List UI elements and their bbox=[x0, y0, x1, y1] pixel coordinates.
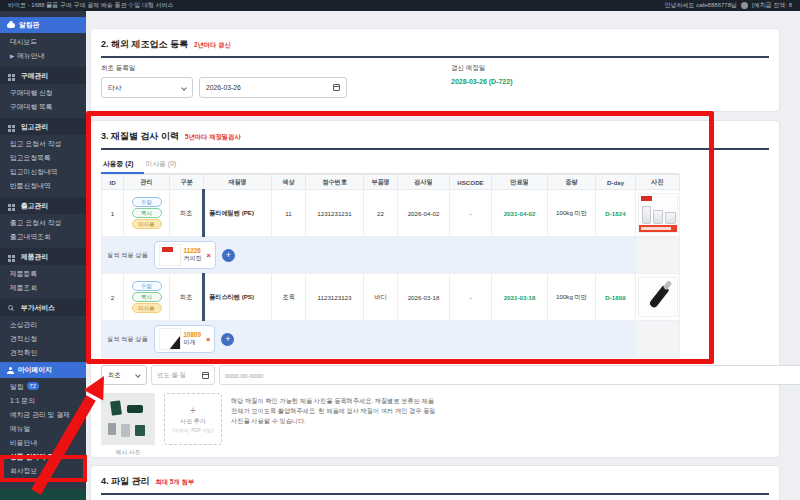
cell-test-date: 2026-04-02 bbox=[398, 190, 450, 237]
example-photo-caption: 예시 사진 bbox=[101, 448, 155, 457]
photo-upload-box[interactable]: + 사진 추가 (이미지, PDF 가능) bbox=[164, 393, 222, 445]
avatar[interactable] bbox=[741, 2, 748, 9]
sidebar-item-sourcing[interactable]: 소싱관리 bbox=[0, 318, 86, 332]
sidebar-item-quote-confirm[interactable]: 견적확인 bbox=[0, 346, 86, 360]
sidebar-item-notice-board[interactable]: 알림판 bbox=[0, 17, 86, 33]
copy-button[interactable]: 복사 bbox=[132, 292, 162, 302]
col-photo: 사진 bbox=[636, 175, 680, 190]
col-expire: 만료일 bbox=[492, 175, 548, 190]
topbar: 바이코 - 1688 물품 구매 구매 결제 배송 통관 수입 대행 서비스 안… bbox=[0, 0, 800, 11]
sidebar-item-purchase-list[interactable]: 구매대행 목록 bbox=[0, 100, 86, 114]
sidebar-item-manual[interactable]: 메뉴얼 bbox=[0, 422, 86, 436]
photo-guide: 예시 사진 + 사진 추가 (이미지, PDF 가능) 해당 재질이 확인 가능… bbox=[101, 393, 769, 457]
sidebar-item-company-info[interactable]: 회사정보 bbox=[0, 464, 86, 478]
cell-expire: 2031-04-02 bbox=[492, 190, 548, 237]
cell-id: 2 bbox=[102, 274, 124, 321]
product-photo-stopper bbox=[638, 277, 678, 317]
sidebar-section-inbound[interactable]: 입고관리 bbox=[0, 118, 86, 135]
sidebar-item-quote-request[interactable]: 견적신청 bbox=[0, 332, 86, 346]
sidebar-section-purchase[interactable]: 구매관리 bbox=[0, 67, 86, 84]
applied-product-card[interactable]: 10809 마개 × bbox=[154, 325, 216, 353]
sidebar-item-alerts[interactable]: 알림72 bbox=[0, 380, 86, 394]
grid-icon bbox=[8, 74, 11, 77]
tab-unused[interactable]: 미사용 (0) bbox=[144, 156, 187, 173]
cell-color: 초록 bbox=[272, 274, 306, 321]
cell-photo[interactable] bbox=[636, 274, 680, 321]
sidebar-section-services[interactable]: 부가서비스 bbox=[0, 299, 86, 316]
remove-applied-product-icon[interactable]: × bbox=[206, 335, 210, 344]
cell-dday: D-1809 bbox=[596, 274, 636, 321]
sidebar-item-inquiry[interactable]: 1:1 문의 bbox=[0, 394, 86, 408]
edit-button[interactable]: 수정 bbox=[132, 197, 162, 207]
cell-type: 최초 bbox=[170, 274, 204, 321]
col-test-date: 검사일 bbox=[398, 175, 450, 190]
col-color: 색상 bbox=[272, 175, 306, 190]
set-unused-button[interactable]: 미사용 bbox=[132, 303, 162, 313]
sidebar-item-product-lookup[interactable]: 제품조회 bbox=[0, 281, 86, 295]
cell-actions: 수정 복사 미사용 bbox=[124, 190, 170, 237]
usage-tabs: 사용중 (2) 미사용 (0) bbox=[101, 156, 679, 174]
col-weight: 중량 bbox=[548, 175, 596, 190]
cell-weight: 100kg 미만 bbox=[548, 274, 596, 321]
applied-products-row: 실적 적용 상품 11226 커피잔 × bbox=[102, 237, 680, 274]
table-row: 1 수정 복사 미사용 최초 폴리에틸렌 (PE) 11 1231231231 … bbox=[102, 190, 680, 237]
material-table: ID 관리 구분 재질명 색상 접수번호 부품명 검사일 HSCODE 만료일 … bbox=[101, 174, 680, 358]
col-type: 구분 bbox=[170, 175, 204, 190]
applied-product-thumbnail bbox=[159, 328, 181, 350]
sidebar-item-inbound-list[interactable]: 입고요청목록 bbox=[0, 151, 86, 165]
company-type-select[interactable]: 타사 bbox=[101, 77, 193, 98]
hscode-input[interactable] bbox=[219, 365, 800, 385]
sidebar-item-mypage[interactable]: 마이페이지 bbox=[0, 362, 86, 378]
sidebar-section-product[interactable]: 제품관리 bbox=[0, 248, 86, 265]
sidebar-item-dashboard[interactable]: 대시보드 bbox=[0, 35, 86, 49]
sidebar-item-product-license-info[interactable]: 상품 인허가 정보 bbox=[0, 450, 86, 464]
grid-icon bbox=[8, 125, 11, 128]
sidebar-item-product-register[interactable]: 제품등록 bbox=[0, 267, 86, 281]
applied-product-code: 10809 bbox=[184, 331, 202, 338]
copy-button[interactable]: 복사 bbox=[132, 208, 162, 218]
sidebar-item-outbound-form[interactable]: 출고 요청서 작성 bbox=[0, 216, 86, 230]
chevron-down-icon bbox=[135, 372, 141, 378]
first-reg-date-input[interactable]: 2026-03-26 bbox=[199, 77, 347, 98]
applied-product-name: 마개 bbox=[184, 338, 202, 347]
inspection-type-select[interactable]: 최초 bbox=[101, 365, 147, 385]
add-material-form: 최초 연도-월-일 중량 선택 등록 bbox=[101, 365, 769, 385]
add-applied-product-button[interactable]: + bbox=[222, 249, 235, 262]
section-divider bbox=[101, 148, 769, 150]
grid-icon bbox=[8, 255, 11, 258]
sidebar-footer-block bbox=[0, 489, 86, 500]
applied-products-label: 실적 적용 상품 bbox=[107, 335, 148, 344]
section4-note: 최대 5개 첨부 bbox=[156, 478, 195, 487]
person-icon bbox=[7, 367, 14, 374]
section2-title: 2. 해외 제조업소 등록 bbox=[101, 38, 188, 51]
set-unused-button[interactable]: 미사용 bbox=[132, 219, 162, 229]
sidebar-item-purchase-request[interactable]: 구매대행 신청 bbox=[0, 86, 86, 100]
add-applied-product-button[interactable]: + bbox=[221, 333, 234, 346]
sidebar-item-deposit[interactable]: 예치금 관리 및 결제 bbox=[0, 408, 86, 422]
sidebar-section-outbound[interactable]: 출고관리 bbox=[0, 197, 86, 214]
edit-button[interactable]: 수정 bbox=[132, 281, 162, 291]
photo-guide-text: 해당 재질이 확인 가능한 제품 사진을 등록해주세요. 재질별로 분류된 제품… bbox=[231, 393, 436, 457]
sidebar-item-inbound-form[interactable]: 입고 요청서 작성 bbox=[0, 137, 86, 151]
cell-material: 폴리스티렌 (PS) bbox=[204, 274, 272, 321]
main-content: 2. 해외 제조업소 등록 2년마다 갱신 최초 등록일 타사 2026-03-… bbox=[86, 11, 800, 500]
sidebar-item-menu-guide[interactable]: ▶메뉴안내 bbox=[0, 49, 86, 63]
material-inspection-section: 3. 재질별 검사 이력 5년마다 재정밀검사 사용중 (2) 미사용 (0) … bbox=[90, 120, 780, 458]
remove-applied-product-icon[interactable]: × bbox=[207, 251, 211, 260]
product-photo-cups bbox=[638, 193, 678, 233]
applied-products-label: 실적 적용 상품 bbox=[107, 251, 148, 260]
col-dday: D-day bbox=[596, 175, 636, 190]
topbar-balance[interactable]: [예치금 잔액: 8 bbox=[752, 1, 792, 10]
tab-in-use[interactable]: 사용중 (2) bbox=[101, 156, 144, 174]
cell-hscode: - bbox=[450, 190, 492, 237]
sidebar-item-inbound-unrequested[interactable]: 입고미신청내역 bbox=[0, 165, 86, 179]
applied-product-card[interactable]: 11226 커피잔 × bbox=[154, 241, 216, 269]
cell-id: 1 bbox=[102, 190, 124, 237]
sidebar-item-outbound-history[interactable]: 출고내역조회 bbox=[0, 230, 86, 244]
cell-photo[interactable] bbox=[636, 190, 680, 237]
calendar-icon bbox=[202, 372, 209, 379]
sidebar-item-pricing[interactable]: 비용안내 bbox=[0, 436, 86, 450]
col-material: 재질명 bbox=[204, 175, 272, 190]
inspection-date-input[interactable]: 연도-월-일 bbox=[151, 365, 215, 385]
sidebar-item-return-history[interactable]: 반품신청내역 bbox=[0, 179, 86, 193]
